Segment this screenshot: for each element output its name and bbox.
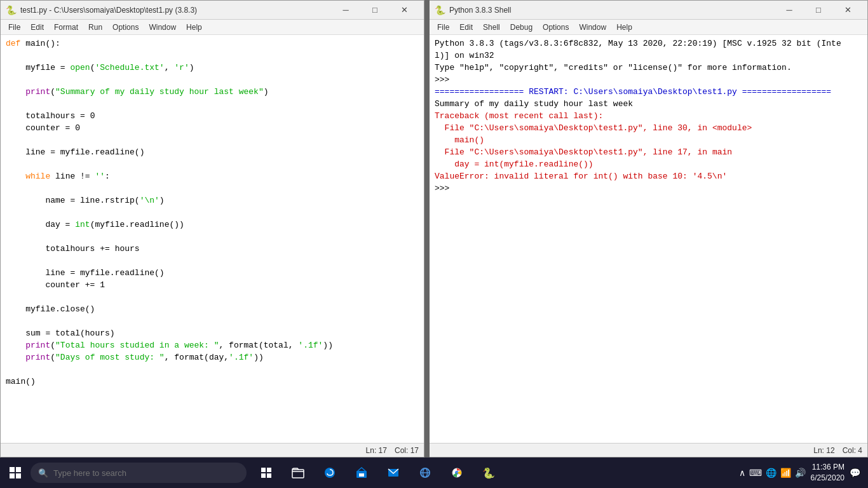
shell-title-text: Python 3.8.3 Shell	[449, 6, 775, 15]
shell-line-3: Type "help", "copyright", "credits" or "…	[435, 62, 862, 74]
window-divider	[424, 0, 430, 458]
shell-col-num: Col: 4	[843, 446, 862, 455]
svg-rect-4	[292, 470, 304, 478]
edge-btn[interactable]	[315, 458, 344, 488]
shell-menu-bar: File Edit Shell Debug Options Window Hel…	[430, 20, 867, 35]
svg-rect-2	[261, 473, 266, 478]
chrome-btn[interactable]	[442, 458, 471, 488]
taskbar-right: ∧ ⌨ 🌐 📶 🔊 11:36 PM 6/25/2020 💬	[739, 462, 868, 484]
file-explorer-btn[interactable]	[283, 458, 313, 488]
shell-window: 🐍 Python 3.8.3 Shell ─ □ ✕ File Edit She…	[430, 0, 868, 458]
editor-menu-window[interactable]: Window	[144, 22, 181, 33]
clock-time: 11:36 PM	[811, 462, 844, 473]
shell-line-7: Traceback (most recent call last):	[435, 110, 862, 122]
svg-rect-3	[267, 473, 271, 478]
clock[interactable]: 11:36 PM 6/25/2020	[811, 462, 844, 484]
shell-output[interactable]: Python 3.8.3 (tags/v3.8.3:6f8c832, May 1…	[430, 35, 867, 443]
shell-line-9: main()	[435, 134, 862, 146]
mail-btn[interactable]	[379, 458, 408, 488]
taskbar-app-icons: 🐍	[252, 458, 503, 488]
tray-icons: ∧ ⌨ 🌐 📶 🔊	[739, 468, 806, 478]
code-editor[interactable]: def main(): myfile = open('Schedule.txt'…	[1, 35, 424, 443]
shell-line-4: >>>	[435, 74, 862, 86]
shell-menu-shell[interactable]: Shell	[478, 22, 505, 33]
windows-logo-icon	[10, 467, 21, 478]
editor-minimize-btn[interactable]: ─	[331, 1, 360, 20]
keyboard-icon[interactable]: ⌨	[749, 468, 762, 478]
shell-menu-options[interactable]: Options	[538, 22, 574, 33]
shell-menu-help[interactable]: Help	[611, 22, 637, 33]
volume-icon[interactable]: 🔊	[795, 468, 806, 478]
task-view-btn[interactable]	[252, 458, 281, 488]
shell-line-5: ================== RESTART: C:\Users\som…	[435, 86, 862, 98]
taskbar-search-box[interactable]: 🔍	[31, 463, 247, 483]
shell-line-11: day = int(myfile.readline())	[435, 158, 862, 170]
chevron-up-icon[interactable]: ∧	[739, 468, 745, 478]
shell-window-controls: ─ □ ✕	[775, 1, 862, 20]
svg-rect-0	[261, 468, 266, 472]
editor-app-icon: 🐍	[6, 5, 17, 15]
network-icon[interactable]: 🌐	[766, 468, 776, 478]
taskbar-search-input[interactable]	[53, 468, 231, 478]
shell-line-num: Ln: 12	[813, 446, 834, 455]
shell-line-13: >>>	[435, 182, 862, 194]
editor-col-num: Col: 17	[395, 446, 419, 455]
editor-maximize-btn[interactable]: □	[360, 1, 390, 20]
notifications-icon[interactable]: 💬	[850, 468, 860, 478]
python-taskbar-btn[interactable]: 🐍	[474, 458, 503, 488]
editor-line-num: Ln: 17	[366, 446, 387, 455]
start-button[interactable]	[0, 458, 31, 488]
svg-rect-1	[267, 468, 271, 472]
clock-date: 6/25/2020	[811, 473, 844, 484]
shell-menu-window[interactable]: Window	[574, 22, 611, 33]
shell-line-2: l)] on win32	[435, 50, 862, 62]
editor-title-bar[interactable]: 🐍 test1.py - C:\Users\somaiya\Desktop\te…	[1, 1, 424, 20]
shell-line-8: File "C:\Users\somaiya\Desktop\test1.py"…	[435, 122, 862, 134]
editor-window: 🐍 test1.py - C:\Users\somaiya\Desktop\te…	[0, 0, 424, 458]
shell-line-10: File "C:\Users\somaiya\Desktop\test1.py"…	[435, 146, 862, 158]
editor-menu-bar: File Edit Format Run Options Window Help	[1, 20, 424, 35]
shell-app-icon: 🐍	[435, 5, 445, 15]
shell-status-bar: Ln: 12 Col: 4	[430, 443, 867, 457]
editor-menu-format[interactable]: Format	[49, 22, 83, 33]
editor-menu-help[interactable]: Help	[181, 22, 207, 33]
shell-menu-file[interactable]: File	[432, 22, 454, 33]
ie-btn[interactable]	[410, 458, 440, 488]
editor-window-controls: ─ □ ✕	[331, 1, 419, 20]
editor-close-btn[interactable]: ✕	[390, 1, 419, 20]
editor-menu-options[interactable]: Options	[107, 22, 144, 33]
taskbar-search-icon: 🔍	[38, 468, 48, 478]
editor-menu-edit[interactable]: Edit	[25, 22, 49, 33]
svg-rect-7	[359, 473, 364, 477]
editor-status-bar: Ln: 17 Col: 17	[1, 443, 424, 457]
shell-close-btn[interactable]: ✕	[833, 1, 862, 20]
shell-line-6: Summary of my daily study hour last week	[435, 98, 862, 110]
editor-title-text: test1.py - C:\Users\somaiya\Desktop\test…	[20, 6, 331, 15]
shell-maximize-btn[interactable]: □	[804, 1, 833, 20]
shell-menu-edit[interactable]: Edit	[454, 22, 478, 33]
wifi-icon[interactable]: 📶	[780, 468, 791, 478]
shell-menu-debug[interactable]: Debug	[505, 22, 538, 33]
editor-menu-file[interactable]: File	[3, 22, 25, 33]
shell-title-bar[interactable]: 🐍 Python 3.8.3 Shell ─ □ ✕	[430, 1, 867, 20]
shell-minimize-btn[interactable]: ─	[775, 1, 804, 20]
editor-menu-run[interactable]: Run	[83, 22, 107, 33]
store-btn[interactable]	[347, 458, 376, 488]
taskbar: 🔍 🐍 ∧ ⌨ 🌐 📶	[0, 458, 868, 488]
shell-line-12: ValueError: invalid literal for int() wi…	[435, 170, 862, 182]
shell-line-1: Python 3.8.3 (tags/v3.8.3:6f8c832, May 1…	[435, 37, 862, 50]
